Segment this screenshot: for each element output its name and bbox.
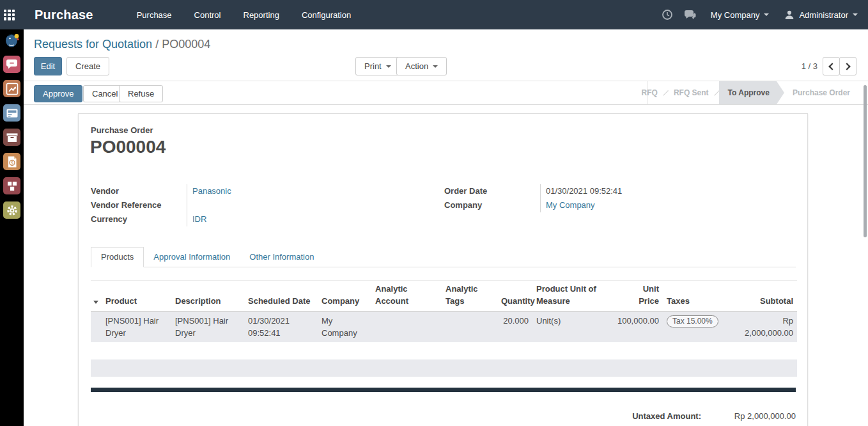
refuse-button[interactable]: Refuse xyxy=(119,85,163,102)
action-button[interactable]: Action xyxy=(396,57,447,75)
user-icon xyxy=(784,10,794,20)
menu-control[interactable]: Control xyxy=(192,8,224,22)
action-caret-icon xyxy=(433,65,438,68)
notebook-tabs: Products Approval Information Other Info… xyxy=(91,248,796,267)
field-label-currency: Currency xyxy=(91,212,187,226)
dock-app-settings-icon[interactable] xyxy=(3,201,20,219)
tab-other-information[interactable]: Other Information xyxy=(240,248,323,267)
column-unit-price[interactable]: Unit Price xyxy=(601,281,663,312)
menu-reporting[interactable]: Reporting xyxy=(241,8,282,22)
column-quantity[interactable]: Quantity xyxy=(497,281,532,312)
pager-counter: 1 / 3 xyxy=(778,61,818,71)
apps-grid-icon[interactable] xyxy=(4,10,15,20)
table-header-row: Product Description Scheduled Date Compa… xyxy=(91,281,797,312)
totals-block: Untaxed Amount: Rp 2,000,000.00 xyxy=(632,411,796,421)
breadcrumb-link-rfq-list[interactable]: Requests for Quotation xyxy=(34,38,152,51)
menu-configuration[interactable]: Configuration xyxy=(299,8,353,22)
document-type-label: Purchase Order xyxy=(91,125,153,135)
column-analytic-account[interactable]: Analytic Account xyxy=(371,281,442,312)
dock-app-purchase-icon[interactable]: $ xyxy=(3,153,20,170)
empty-row xyxy=(91,342,797,359)
company-caret-icon xyxy=(764,13,769,16)
company-switcher[interactable]: My Company xyxy=(711,10,760,20)
tab-approval-information[interactable]: Approval Information xyxy=(144,248,240,267)
page-title: PO00004 xyxy=(90,137,166,157)
cell-product: [PNS001] Hair Dryer xyxy=(102,312,171,342)
print-caret-icon xyxy=(386,65,391,68)
sort-caret-icon[interactable] xyxy=(93,301,98,304)
column-company[interactable]: Company xyxy=(318,281,371,312)
order-line-row[interactable]: [PNS001] Hair Dryer [PNS001] Hair Dryer … xyxy=(91,312,797,342)
field-label-order-date: Order Date xyxy=(444,184,540,198)
field-group-right: Order Date 01/30/2021 09:52:41 Company M… xyxy=(444,184,793,212)
statusbar: RFQ RFQ Sent To Approve Purchase Order xyxy=(647,81,857,104)
field-label-vendor: Vendor xyxy=(91,184,187,198)
cell-company: My Company xyxy=(318,312,371,342)
field-value-currency[interactable]: IDR xyxy=(192,214,206,224)
dock-app-invoicing-icon[interactable] xyxy=(3,104,20,122)
statusbar-step-rfq-sent[interactable]: RFQ Sent xyxy=(667,81,716,104)
untaxed-amount-label: Untaxed Amount: xyxy=(632,411,701,421)
svg-text:$: $ xyxy=(10,161,13,166)
cell-unit-price: 100,000.00 xyxy=(601,312,663,342)
dock-app-inventory-icon[interactable] xyxy=(3,129,20,146)
status-button-bar: Approve Cancel Refuse RFQ RFQ Sent To Ap… xyxy=(24,81,868,105)
tax-badge: Tax 15.00% xyxy=(667,315,718,327)
top-navbar: Purchase Purchase Control Reporting Conf… xyxy=(0,0,868,29)
chevron-right-icon xyxy=(843,63,850,70)
navbar-right: My Company Administrator xyxy=(662,9,868,20)
untaxed-amount-value: Rp 2,000,000.00 xyxy=(701,411,796,421)
field-label-vendor-reference: Vendor Reference xyxy=(91,198,187,212)
navbar-menus: Purchase Control Reporting Configuration xyxy=(134,8,354,22)
scrollbar-thumb[interactable] xyxy=(864,85,867,237)
user-caret-icon xyxy=(853,13,858,16)
section-separator-bar xyxy=(91,388,796,392)
cell-analytic-account xyxy=(371,312,442,342)
dock-app-postgresql-icon[interactable] xyxy=(3,31,20,49)
dock-app-sales-icon[interactable] xyxy=(3,80,20,97)
field-group-left: Vendor Panasonic Vendor Reference Curren… xyxy=(91,184,414,226)
main-content: Requests for Quotation / PO00004 Edit Cr… xyxy=(24,29,868,426)
statusbar-step-to-approve[interactable]: To Approve xyxy=(719,81,784,104)
column-subtotal[interactable]: Subtotal xyxy=(733,281,797,312)
dock-app-discuss-icon[interactable] xyxy=(3,56,20,73)
desktop-dock: $ xyxy=(0,29,24,426)
breadcrumb: Requests for Quotation / PO00004 xyxy=(34,38,210,51)
field-value-vendor[interactable]: Panasonic xyxy=(192,186,231,196)
clock-icon[interactable] xyxy=(662,9,673,20)
empty-row xyxy=(91,359,797,377)
app-brand-title[interactable]: Purchase xyxy=(35,8,93,22)
field-value-order-date: 01/30/2021 09:52:41 xyxy=(540,184,793,198)
field-label-company: Company xyxy=(444,198,540,212)
menu-purchase[interactable]: Purchase xyxy=(134,8,174,22)
cell-quantity: 20.000 xyxy=(497,312,532,342)
pager-next-button[interactable] xyxy=(839,57,856,75)
field-value-vendor-reference xyxy=(187,198,414,212)
pager-previous-button[interactable] xyxy=(823,57,840,75)
cell-description: [PNS001] Hair Dryer xyxy=(171,312,244,342)
chat-icon[interactable] xyxy=(684,10,697,20)
column-taxes[interactable]: Taxes xyxy=(663,281,733,312)
column-scheduled-date[interactable]: Scheduled Date xyxy=(244,281,318,312)
pager: 1 / 3 xyxy=(778,57,856,75)
user-menu[interactable]: Administrator xyxy=(799,10,848,20)
dock-app-manufacturing-icon[interactable] xyxy=(3,177,20,194)
edit-button[interactable]: Edit xyxy=(34,57,62,75)
field-value-company[interactable]: My Company xyxy=(546,200,595,210)
column-uom[interactable]: Product Unit of Measure xyxy=(532,281,601,312)
control-panel: Requests for Quotation / PO00004 Edit Cr… xyxy=(24,29,868,81)
print-button[interactable]: Print xyxy=(355,57,400,75)
approve-button[interactable]: Approve xyxy=(34,85,82,102)
order-lines-table: Product Description Scheduled Date Compa… xyxy=(91,280,797,377)
column-product[interactable]: Product xyxy=(102,281,171,312)
breadcrumb-current: PO00004 xyxy=(162,38,210,51)
column-analytic-tags[interactable]: Analytic Tags xyxy=(442,281,497,312)
chevron-left-icon xyxy=(828,63,835,70)
form-sheet: Purchase Order PO00004 Vendor Panasonic … xyxy=(78,113,808,426)
create-button[interactable]: Create xyxy=(66,57,109,75)
cell-analytic-tags xyxy=(442,312,497,342)
tab-products[interactable]: Products xyxy=(91,247,144,267)
statusbar-step-purchase-order[interactable]: Purchase Order xyxy=(786,81,857,104)
column-description[interactable]: Description xyxy=(171,281,244,312)
statusbar-step-rfq[interactable]: RFQ xyxy=(635,81,665,104)
